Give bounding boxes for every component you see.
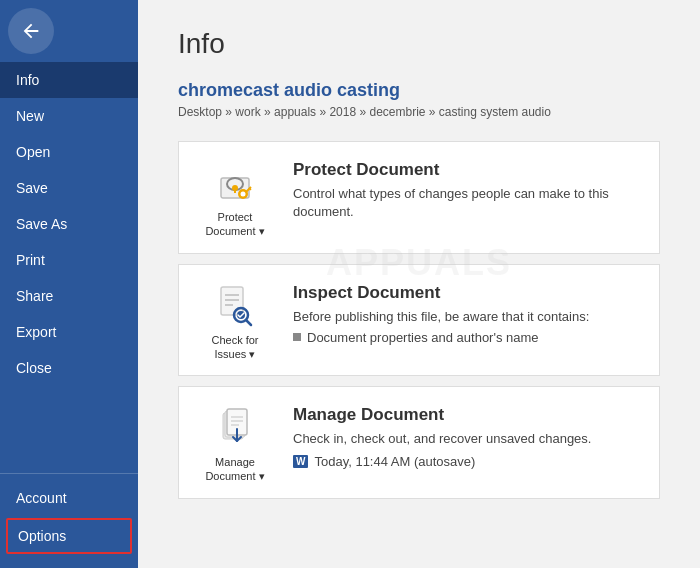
sidebar-item-info[interactable]: Info (0, 62, 138, 98)
protect-card-desc: Control what types of changes people can… (293, 185, 643, 221)
main-wrapper: APPUALS Info chromecast audio casting De… (178, 28, 660, 499)
sidebar-nav: Info New Open Save Save As Print Share E… (0, 62, 138, 467)
inspect-card-desc: Before publishing this file, be aware th… (293, 308, 643, 326)
sidebar-bottom: Account Options (0, 467, 138, 568)
manage-card-title: Manage Document (293, 405, 643, 425)
sidebar-item-new[interactable]: New (0, 98, 138, 134)
word-icon: W (293, 455, 308, 468)
inspect-document-icon (213, 283, 257, 327)
inspect-document-card: Check for Issues ▾ Inspect Document Befo… (178, 264, 660, 377)
protect-icon-area[interactable]: Protect Document ▾ (195, 156, 275, 239)
protect-card-title: Protect Document (293, 160, 643, 180)
manage-document-card: Manage Document ▾ Manage Document Check … (178, 386, 660, 499)
protect-document-card: Protect Document ▾ Protect Document Cont… (178, 141, 660, 254)
doc-title: chromecast audio casting (178, 80, 660, 101)
page-title: Info (178, 28, 660, 60)
inspect-icon-area[interactable]: Check for Issues ▾ (195, 279, 275, 362)
main-content: APPUALS Info chromecast audio casting De… (138, 0, 700, 568)
inspect-list-item: Document properties and author's name (293, 330, 643, 345)
inspect-card-body: Inspect Document Before publishing this … (293, 279, 643, 345)
sidebar-item-save[interactable]: Save (0, 170, 138, 206)
manage-card-body: Manage Document Check in, check out, and… (293, 401, 643, 469)
sidebar-item-print[interactable]: Print (0, 242, 138, 278)
back-button[interactable] (8, 8, 54, 54)
protect-document-icon (213, 160, 257, 204)
sidebar-item-open[interactable]: Open (0, 134, 138, 170)
inspect-card-title: Inspect Document (293, 283, 643, 303)
sidebar-item-account[interactable]: Account (0, 480, 138, 516)
svg-point-5 (241, 192, 246, 197)
manage-icon-area[interactable]: Manage Document ▾ (195, 401, 275, 484)
sidebar: Info New Open Save Save As Print Share E… (0, 0, 138, 568)
protect-card-body: Protect Document Control what types of c… (293, 156, 643, 221)
manage-document-icon (213, 405, 257, 449)
protect-document-label: Protect Document ▾ (205, 210, 264, 239)
sidebar-item-close[interactable]: Close (0, 350, 138, 386)
breadcrumb: Desktop » work » appuals » 2018 » decemb… (178, 105, 660, 119)
sidebar-divider (0, 473, 138, 474)
manage-card-desc: Check in, check out, and recover unsaved… (293, 430, 643, 448)
manage-card-timestamp: W Today, 11:44 AM (autosave) (293, 454, 643, 469)
sidebar-item-share[interactable]: Share (0, 278, 138, 314)
check-for-issues-label: Check for Issues ▾ (211, 333, 258, 362)
manage-document-label: Manage Document ▾ (205, 455, 264, 484)
inspect-card-list: Document properties and author's name (293, 330, 643, 345)
sidebar-item-options[interactable]: Options (6, 518, 132, 554)
svg-line-13 (246, 320, 251, 325)
sidebar-item-export[interactable]: Export (0, 314, 138, 350)
sidebar-item-save-as[interactable]: Save As (0, 206, 138, 242)
svg-rect-8 (221, 287, 243, 315)
